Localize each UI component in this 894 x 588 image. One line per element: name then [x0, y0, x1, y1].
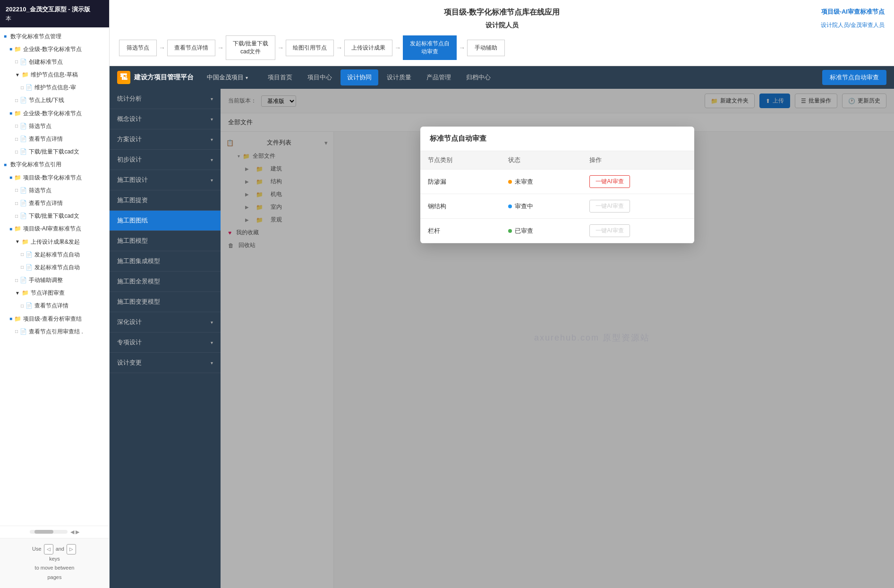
ai-review-btn-0[interactable]: 一键AI审查: [589, 175, 630, 188]
sidebar-item-s13[interactable]: □📄筛选节点: [0, 184, 109, 197]
sidebar-item-label: 筛选节点: [29, 186, 51, 195]
nav-item-5[interactable]: 施工图提资: [110, 190, 221, 211]
sidebar-item-s5[interactable]: □📄维护节点信息-审: [0, 81, 109, 94]
nav-item-arrow-4: ▾: [211, 178, 213, 183]
auto-review-button[interactable]: 标准节点自动审查: [822, 70, 886, 85]
sidebar-item-label: 发起标准节点自动: [34, 250, 80, 259]
sidebar-item-s16[interactable]: ■📁项目级-AI审查标准节点: [0, 222, 109, 235]
nav-item-7[interactable]: 施工图模型: [110, 231, 221, 251]
sidebar-item-s4[interactable]: ▼📁维护节点信息-草稿: [0, 68, 109, 81]
sidebar-item-s23[interactable]: ■📁项目级-查看分析审查结: [0, 313, 109, 325]
nav-item-label-7: 施工图模型: [117, 237, 148, 245]
flow-step-0[interactable]: 筛选节点: [119, 40, 157, 56]
flow-step-1[interactable]: 查看节点详情: [167, 40, 215, 56]
nav-item-13[interactable]: 设计变更▾: [110, 353, 221, 373]
sidebar-item-label: 筛选节点: [29, 122, 51, 131]
sidebar-item-s18[interactable]: □📄发起标准节点自动: [0, 248, 109, 261]
status-dot-2: [508, 229, 512, 233]
sidebar-item-s19[interactable]: □📄发起标准节点自动: [0, 261, 109, 274]
modal-action-2[interactable]: 一键AI审查: [582, 219, 694, 243]
nav-item-3[interactable]: 初步设计▾: [110, 150, 221, 170]
sidebar-item-s15[interactable]: □📄下载/批量下载cad文: [0, 210, 109, 222]
topbar-menu-3[interactable]: 设计质量: [380, 69, 418, 85]
sidebar-item-s3[interactable]: □📄创建标准节点: [0, 56, 109, 68]
nav-item-11[interactable]: 深化设计▾: [110, 312, 221, 332]
nav-item-label-9: 施工图全景模型: [117, 277, 160, 286]
sidebar-item-label: 项目级-查看分析审查结: [23, 315, 82, 324]
flow-step-5[interactable]: 发起标准节点自 动审查: [403, 35, 457, 60]
sidebar-item-s21[interactable]: ▼📁节点详图审查: [0, 287, 109, 299]
flow-step-3[interactable]: 绘图引用节点: [286, 40, 334, 56]
nav-item-label-10: 施工图变更模型: [117, 298, 160, 306]
topbar-menu-4[interactable]: 产品管理: [420, 69, 458, 85]
nav-item-1[interactable]: 概念设计▾: [110, 109, 221, 129]
flow-sub-left: 设计院人员: [213, 21, 790, 30]
sidebar-item-s20[interactable]: □📄手动辅助调整: [0, 274, 109, 287]
col-header-status: 状态: [501, 151, 582, 170]
flow-steps: 筛选节点→查看节点详情→下载/批量下载 cad文件→绘图引用节点→上传设计成果→…: [119, 35, 885, 60]
topbar-menu-2[interactable]: 设计协同: [341, 69, 378, 85]
modal-action-0[interactable]: 一键AI审查: [582, 170, 694, 194]
flow-arrow-3: →: [275, 44, 286, 51]
flow-step-2[interactable]: 下载/批量下载 cad文件: [226, 35, 275, 60]
file-area: 当前版本： 基准版 📁 新建文件夹 ⬆ 上传 ☰ 批量操作: [221, 89, 894, 588]
nav-item-12[interactable]: 专项设计▾: [110, 332, 221, 353]
topbar: 🏗 建设方项目管理平台 中国金茂项目 ▾ 项目首页项目中心设计协同设计质量产品管…: [110, 66, 894, 89]
sidebar-item-s17[interactable]: ▼📁上传设计成果&发起: [0, 236, 109, 248]
sidebar-item-s2[interactable]: ■📁企业级-数字化标准节点: [0, 43, 109, 56]
modal-action-1[interactable]: 一键AI审查: [582, 194, 694, 219]
flow-step-6[interactable]: 手动辅助: [467, 40, 505, 56]
sidebar-item-label: 维护节点信息-审: [34, 83, 76, 92]
sidebar-item-s24[interactable]: □📄查看节点引用审查结 .: [0, 325, 109, 338]
sidebar-item-s7[interactable]: ■📁企业级-数字化标准节点: [0, 107, 109, 120]
sidebar-item-label: 节点详图审查: [31, 289, 65, 298]
nav-item-label-6: 施工图图纸: [117, 216, 148, 225]
sidebar-item-s12[interactable]: ■📁项目级-数字化标准节点: [0, 171, 109, 184]
horizontal-scrollbar-area[interactable]: ◀ ▶: [4, 527, 105, 537]
nav-item-arrow-13: ▾: [211, 360, 213, 366]
col-header-action: 操作: [582, 151, 694, 170]
sidebar-item-s11[interactable]: ■数字化标准节点引用: [0, 158, 109, 171]
modal-table: 节点类别 状态 操作 防渗漏未审查一键AI审查钢结构审查中一键AI审查栏杆已审查…: [420, 151, 694, 243]
modal-category-2: 栏杆: [420, 219, 501, 243]
nav-item-10[interactable]: 施工图变更模型: [110, 292, 221, 312]
sidebar-item-label: 查看节点详情: [29, 135, 63, 144]
topbar-menu-0[interactable]: 项目首页: [261, 69, 299, 85]
sidebar-item-s10[interactable]: □📄下载/批量下载cad文: [0, 145, 109, 158]
nav-item-8[interactable]: 施工图集成模型: [110, 251, 221, 272]
nav-item-label-3: 初步设计: [117, 155, 142, 164]
sidebar-item-s6[interactable]: □📄节点上线/下线: [0, 94, 109, 107]
nav-item-9[interactable]: 施工图全景模型: [110, 272, 221, 292]
project-selector[interactable]: 中国金茂项目 ▾: [203, 71, 252, 84]
sidebar-item-s14[interactable]: □📄查看节点详情: [0, 197, 109, 210]
modal-category-1: 钢结构: [420, 194, 501, 219]
col-header-category: 节点类别: [420, 151, 501, 170]
sidebar-item-s1[interactable]: ■数字化标准节点管理: [0, 30, 109, 43]
nav-item-4[interactable]: 施工图设计▾: [110, 170, 221, 190]
flow-arrow-1: →: [157, 44, 167, 51]
nav-item-label-8: 施工图集成模型: [117, 257, 160, 265]
nav-item-arrow-2: ▾: [211, 137, 213, 142]
flow-arrow-4: →: [334, 44, 344, 51]
flow-step-4[interactable]: 上传设计成果: [344, 40, 392, 56]
nav-item-0[interactable]: 统计分析▾: [110, 89, 221, 109]
nav-item-label-0: 统计分析: [117, 94, 142, 103]
sidebar-item-s9[interactable]: □📄查看节点详情: [0, 133, 109, 145]
topbar-menu-5[interactable]: 归档中心: [460, 69, 497, 85]
sidebar-item-s8[interactable]: □📄筛选节点: [0, 120, 109, 133]
modal-status-2: 已审查: [501, 219, 582, 243]
flow-arrow-2: →: [215, 44, 226, 51]
sidebar-item-s22[interactable]: □📄查看节点详情: [0, 299, 109, 312]
brand-text: 建设方项目管理平台: [134, 73, 194, 82]
sidebar-item-label: 维护节点信息-草稿: [31, 70, 78, 79]
sidebar-item-label: 企业级-数字化标准节点: [23, 109, 82, 118]
modal-overlay: 标准节点自动审查 节点类别 状态 操作 防渗漏未审查一键AI审查钢结构审查中一键…: [221, 89, 894, 588]
sidebar-item-label: 数字化标准节点引用: [10, 160, 61, 169]
app-title: 202210_金茂交互原型 - 演示版 本: [0, 0, 109, 27]
nav-item-2[interactable]: 方案设计▾: [110, 129, 221, 150]
nav-item-arrow-11: ▾: [211, 320, 213, 325]
nav-item-6[interactable]: 施工图图纸: [110, 211, 221, 231]
modal-title: 标准节点自动审查: [420, 127, 694, 151]
topbar-menu-1[interactable]: 项目中心: [301, 69, 339, 85]
sidebar-item-label: 数字化标准节点管理: [10, 32, 61, 41]
